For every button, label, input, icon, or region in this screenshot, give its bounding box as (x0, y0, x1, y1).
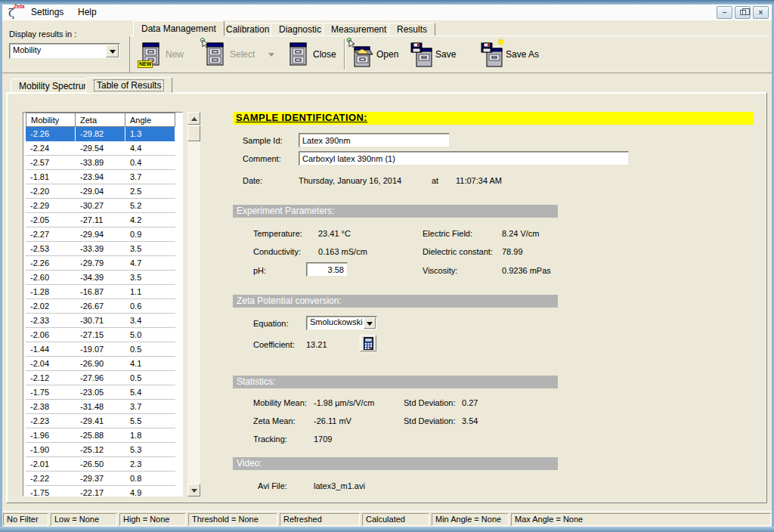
tab-calibration[interactable]: Calibration (218, 23, 277, 36)
toolbar-separator (344, 39, 345, 70)
save-as-button[interactable]: ✹ Save As (481, 39, 539, 70)
chevron-down-icon (110, 50, 116, 54)
select-button[interactable]: Select (205, 39, 276, 70)
results-table-rows: -2.26-29.821.3-2.24-29.544.4-2.57-33.890… (26, 127, 182, 496)
table-cell: -1.90 (26, 443, 76, 457)
table-row[interactable]: -2.53-33.393.5 (26, 242, 182, 256)
close-button[interactable]: × (753, 6, 769, 19)
restore-button[interactable] (735, 6, 751, 19)
table-row[interactable]: -2.23-29.415.5 (26, 414, 182, 428)
comment-input[interactable] (299, 151, 629, 165)
dielectric-constant-value: 78.99 (502, 247, 523, 256)
equation-dropdown[interactable]: Smoluckowski (306, 316, 377, 330)
zeta-wordmark: Zeta (14, 4, 24, 9)
table-row[interactable]: -1.90-25.125.3 (26, 443, 182, 457)
table-cell: -27.15 (76, 328, 125, 342)
table-row[interactable]: -2.33-30.713.4 (26, 314, 182, 328)
new-button[interactable]: NEW New (141, 39, 184, 70)
tracking-value: 1709 (314, 435, 332, 444)
table-cell: -2.27 (26, 227, 76, 242)
close-file-button[interactable]: Close (288, 39, 336, 70)
ph-input[interactable] (306, 262, 348, 277)
table-row[interactable]: -2.26-29.794.7 (26, 256, 182, 271)
comment-label: Comment: (243, 154, 281, 163)
table-cell: -33.89 (76, 156, 125, 170)
window-controls: – × (717, 6, 769, 19)
table-row[interactable]: -2.20-29.042.5 (26, 184, 182, 199)
temperature-label: Temperature: (253, 229, 302, 238)
table-row[interactable]: -1.75-22.174.9 (26, 486, 182, 496)
table-row[interactable]: -1.81-23.943.7 (26, 170, 182, 184)
table-cell: 1.3 (125, 127, 175, 141)
status-low: Low = None (51, 513, 117, 526)
table-cell: -2.26 (26, 127, 76, 141)
table-cell: -27.11 (76, 213, 125, 227)
time-value: 11:07:34 AM (456, 176, 502, 185)
column-header-zeta[interactable]: Zeta (76, 113, 125, 127)
calculator-button[interactable] (360, 335, 376, 351)
table-cell: 5.0 (125, 328, 175, 342)
scroll-up-button[interactable] (187, 112, 200, 125)
table-cell: -33.39 (76, 242, 125, 256)
tab-results[interactable]: Results (389, 23, 435, 36)
scrollbar-thumb[interactable] (187, 125, 200, 141)
file-cabinet-close-icon (288, 42, 308, 66)
status-refreshed: Refreshed (280, 513, 360, 526)
tab-diagnostic[interactable]: Diagnostic (271, 23, 330, 36)
triangle-down-icon (191, 489, 197, 493)
table-row[interactable]: -2.60-34.393.5 (26, 271, 182, 285)
table-cell: 5.4 (125, 385, 175, 400)
table-row[interactable]: -1.96-25.881.8 (26, 428, 182, 443)
viscosity-label: Viscosity: (423, 266, 457, 275)
save-button[interactable]: Save (410, 39, 456, 70)
table-row[interactable]: -2.24-29.544.4 (26, 141, 182, 156)
table-row[interactable]: -2.04-26.904.1 (26, 357, 182, 371)
at-label: at (432, 176, 438, 185)
tab-table-of-results[interactable]: Table of Results (85, 77, 172, 93)
dropdown-button[interactable] (364, 317, 376, 329)
table-cell: -29.04 (76, 184, 125, 199)
table-cell: -29.54 (76, 141, 125, 156)
minimize-button[interactable]: – (717, 6, 732, 19)
table-row[interactable]: -2.22-29.370.8 (26, 472, 182, 486)
sample-id-input[interactable] (299, 133, 450, 147)
date-label: Date: (243, 176, 262, 185)
table-cell: 2.3 (125, 457, 175, 472)
table-cell: -2.38 (26, 400, 76, 414)
column-header-mobility[interactable]: Mobility (26, 113, 76, 127)
scroll-down-button[interactable] (187, 484, 200, 496)
column-header-angle[interactable]: Angle (125, 113, 175, 127)
table-cell: 0.6 (125, 299, 175, 314)
table-cell: -1.75 (26, 385, 76, 400)
tab-measurement[interactable]: Measurement (323, 23, 395, 36)
table-row[interactable]: -2.06-27.155.0 (26, 328, 182, 342)
table-cell: -2.02 (26, 299, 76, 314)
table-row[interactable]: -2.27-29.940.9 (26, 227, 182, 242)
table-cell: 0.9 (125, 227, 175, 242)
table-row[interactable]: -2.38-31.483.7 (26, 400, 182, 414)
table-row[interactable]: -1.28-16.871.1 (26, 285, 182, 299)
menu-settings[interactable]: Settings (25, 5, 70, 20)
select-dropdown-arrow[interactable] (267, 51, 276, 58)
table-row[interactable]: -2.57-33.890.4 (26, 156, 182, 170)
table-cell: 4.4 (125, 141, 175, 156)
window-frame-bottom (0, 527, 774, 532)
calculator-icon (364, 337, 373, 350)
table-row[interactable]: -1.75-23.055.4 (26, 385, 182, 400)
table-row[interactable]: -2.01-26.502.3 (26, 457, 182, 472)
coefficient-value: 13.21 (306, 340, 327, 349)
display-results-dropdown[interactable]: Mobility (9, 43, 120, 59)
menu-help[interactable]: Help (72, 5, 103, 20)
table-cell: 3.5 (125, 271, 175, 285)
table-scrollbar[interactable] (187, 112, 200, 496)
table-row[interactable]: -2.02-26.670.6 (26, 299, 182, 314)
open-button[interactable]: Open (351, 39, 398, 70)
table-row[interactable]: -1.44-19.070.5 (26, 342, 182, 357)
table-row[interactable]: -2.29-30.275.2 (26, 199, 182, 213)
table-row[interactable]: -2.05-27.114.2 (26, 213, 182, 227)
dropdown-button[interactable] (106, 45, 119, 57)
table-cell: -16.87 (76, 285, 125, 299)
tab-data-management[interactable]: Data Management (133, 20, 224, 36)
table-row[interactable]: -2.12-27.960.5 (26, 371, 182, 385)
table-row[interactable]: -2.26-29.821.3 (26, 127, 182, 141)
